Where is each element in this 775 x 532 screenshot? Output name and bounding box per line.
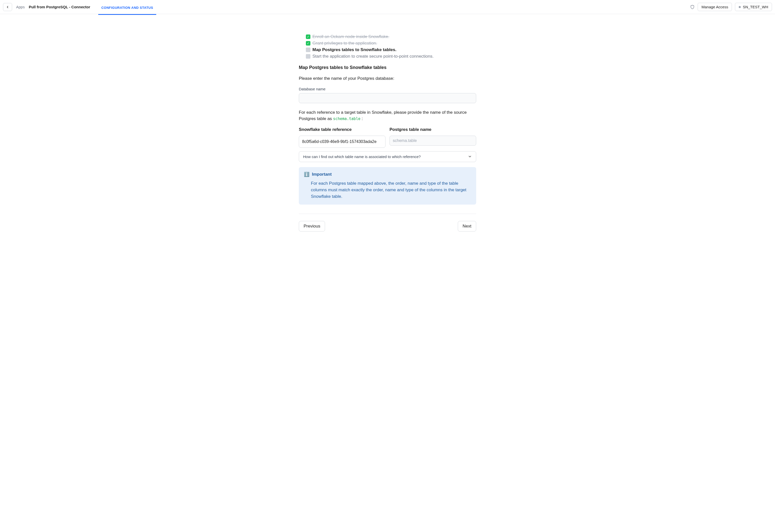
next-button[interactable]: Next xyxy=(458,221,476,232)
step-label: Grant privileges to the application. xyxy=(312,41,377,46)
nav-row: Previous Next xyxy=(299,221,476,232)
apps-breadcrumb[interactable]: Apps xyxy=(16,5,25,9)
chevron-down-icon xyxy=(468,155,472,159)
step-box-icon xyxy=(306,48,310,52)
main-content: ✓ Enroll an Ockam node inside Snowflake.… xyxy=(294,14,481,242)
manage-access-button[interactable]: Manage Access xyxy=(698,3,732,11)
section-title: Map Postgres tables to Snowflake tables xyxy=(299,65,476,70)
db-prompt: Please enter the name of your Postgres d… xyxy=(299,75,476,82)
setup-steps: ✓ Enroll an Ockam node inside Snowflake.… xyxy=(299,34,476,59)
mapping-intro-suffix: : xyxy=(360,116,363,121)
accordion-label: How can I find out which table name is a… xyxy=(303,155,421,159)
warehouse-name: SN_TEST_WH xyxy=(743,5,768,9)
db-name-label: Database name xyxy=(299,87,476,91)
step-label: Start the application to create secure p… xyxy=(312,54,434,59)
col-header-postgres-name: Postgres table name xyxy=(390,127,476,132)
step-label: Enroll an Ockam node inside Snowflake. xyxy=(312,34,389,39)
step-item: Map Postgres tables to Snowflake tables. xyxy=(306,47,476,52)
postgres-table-input[interactable] xyxy=(390,136,476,146)
check-icon: ✓ xyxy=(306,34,310,39)
header-left: Apps Pull from PostgreSQL - Connector CO… xyxy=(3,1,156,13)
back-button[interactable] xyxy=(3,3,12,11)
status-dot-icon xyxy=(739,6,741,8)
mapping-intro-prefix: For each reference to a target table in … xyxy=(299,110,467,121)
previous-button[interactable]: Previous xyxy=(299,221,325,232)
callout-header: ℹ️ Important xyxy=(304,172,471,177)
step-item: ✓ Grant privileges to the application. xyxy=(306,41,476,46)
database-name-input[interactable] xyxy=(299,93,476,103)
snowflake-ref-value: 8c0f5a6d-c039-46e9-9bf1-1574303ada2e xyxy=(299,136,385,148)
section-divider xyxy=(299,214,476,214)
schema-table-code: schema.table xyxy=(333,117,360,121)
col-header-snowflake-ref: Snowflake table reference xyxy=(299,127,385,132)
help-accordion[interactable]: How can I find out which table name is a… xyxy=(299,151,476,162)
step-item: ✓ Enroll an Ockam node inside Snowflake. xyxy=(306,34,476,39)
info-icon: ℹ️ xyxy=(304,172,309,177)
step-label: Map Postgres tables to Snowflake tables. xyxy=(312,47,396,52)
step-box-icon xyxy=(306,54,310,59)
shield-icon[interactable] xyxy=(690,5,695,9)
tab-configuration-status[interactable]: CONFIGURATION AND STATUS xyxy=(98,1,156,15)
chevron-left-icon xyxy=(6,5,9,9)
mapping-intro: For each reference to a target table in … xyxy=(299,109,476,122)
important-callout: ℹ️ Important For each Postgres table map… xyxy=(299,167,476,205)
app-title: Pull from PostgreSQL - Connector xyxy=(29,5,90,9)
callout-title: Important xyxy=(312,172,332,177)
callout-body: For each Postgres table mapped above, th… xyxy=(304,180,471,200)
warehouse-selector[interactable]: SN_TEST_WH xyxy=(735,3,772,11)
mapping-row: 8c0f5a6d-c039-46e9-9bf1-1574303ada2e xyxy=(299,136,476,148)
check-icon: ✓ xyxy=(306,41,310,46)
app-header: Apps Pull from PostgreSQL - Connector CO… xyxy=(0,0,775,14)
mapping-header-row: Snowflake table reference Postgres table… xyxy=(299,127,476,136)
header-right: Manage Access SN_TEST_WH xyxy=(690,3,772,11)
step-item: Start the application to create secure p… xyxy=(306,54,476,59)
